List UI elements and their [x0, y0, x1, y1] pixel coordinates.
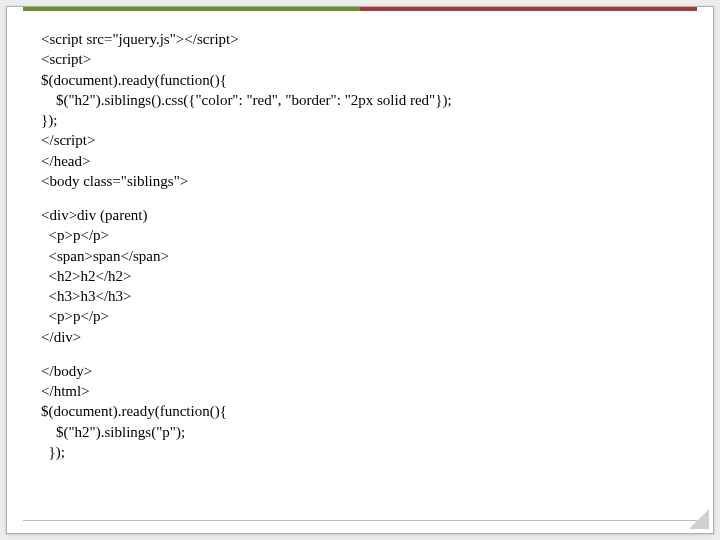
code-line: <p>p</p>: [41, 225, 689, 245]
code-content: <script src="jquery.js"></script> <scrip…: [41, 29, 689, 509]
code-line: <body class="siblings">: [41, 171, 689, 191]
code-line: </body>: [41, 361, 689, 381]
accent-red: [360, 7, 697, 11]
code-line: <h2>h2</h2>: [41, 266, 689, 286]
code-line: <script>: [41, 49, 689, 69]
code-line: <p>p</p>: [41, 306, 689, 326]
page-curl-icon: [689, 509, 709, 529]
code-line: <span>span</span>: [41, 246, 689, 266]
code-line: <script src="jquery.js"></script>: [41, 29, 689, 49]
code-line: $(document).ready(function(){: [41, 401, 689, 421]
accent-green: [23, 7, 360, 11]
slide: <script src="jquery.js"></script> <scrip…: [6, 6, 714, 534]
code-line: </script>: [41, 130, 689, 150]
code-line: $(document).ready(function(){: [41, 70, 689, 90]
accent-bottom: [23, 520, 697, 521]
blank-line: [41, 347, 689, 361]
code-line: });: [41, 110, 689, 130]
code-line: <div>div (parent): [41, 205, 689, 225]
accent-top: [23, 7, 697, 11]
code-line: </head>: [41, 151, 689, 171]
code-line: $("h2").siblings("p");: [41, 422, 689, 442]
code-line: </html>: [41, 381, 689, 401]
code-line: </div>: [41, 327, 689, 347]
code-line: });: [41, 442, 689, 462]
code-line: $("h2").siblings().css({"color": "red", …: [41, 90, 689, 110]
blank-line: [41, 191, 689, 205]
code-line: <h3>h3</h3>: [41, 286, 689, 306]
